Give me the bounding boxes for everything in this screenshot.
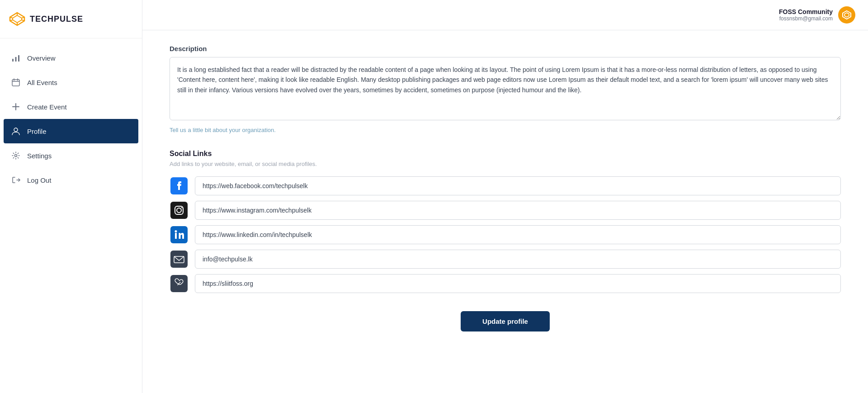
calendar-icon bbox=[11, 77, 21, 87]
svg-point-26 bbox=[181, 207, 182, 208]
email-input[interactable] bbox=[195, 250, 841, 269]
sidebar-item-label-profile: Profile bbox=[27, 128, 47, 135]
social-row-instagram bbox=[170, 201, 841, 220]
sidebar-item-all-events[interactable]: All Events bbox=[0, 70, 142, 95]
sidebar-item-label-create-event: Create Event bbox=[27, 103, 67, 111]
svg-rect-8 bbox=[12, 59, 14, 62]
avatar bbox=[838, 6, 855, 24]
header-user: FOSS Community fossnsbm@gmail.com bbox=[779, 6, 855, 24]
page-header: FOSS Community fossnsbm@gmail.com bbox=[142, 0, 868, 30]
social-links-subtitle: Add links to your website, email, or soc… bbox=[170, 161, 841, 167]
social-row-linkedin bbox=[170, 225, 841, 244]
svg-rect-28 bbox=[175, 233, 177, 239]
instagram-icon bbox=[170, 201, 189, 220]
social-links-title: Social Links bbox=[170, 150, 841, 158]
app-name: TECHPULSE bbox=[30, 14, 83, 24]
svg-rect-30 bbox=[170, 251, 188, 268]
sidebar-item-settings[interactable]: Settings bbox=[0, 143, 142, 168]
avatar-icon bbox=[842, 10, 852, 20]
link-icon bbox=[170, 274, 189, 293]
techpulse-logo-icon bbox=[9, 11, 25, 27]
bar-chart-icon bbox=[11, 53, 21, 63]
svg-point-17 bbox=[14, 128, 18, 132]
social-row-email bbox=[170, 250, 841, 269]
svg-rect-23 bbox=[170, 202, 188, 219]
svg-rect-11 bbox=[12, 80, 19, 86]
email-icon bbox=[170, 250, 189, 269]
svg-marker-20 bbox=[843, 11, 851, 19]
sidebar: TECHPULSE Overview bbox=[0, 0, 142, 393]
header-user-info: FOSS Community fossnsbm@gmail.com bbox=[779, 8, 833, 22]
description-helper: Tell us a little bit about your organiza… bbox=[170, 127, 841, 133]
social-row-website bbox=[170, 274, 841, 293]
sidebar-item-label-all-events: All Events bbox=[27, 79, 57, 86]
description-label: Description bbox=[170, 45, 841, 52]
svg-point-18 bbox=[15, 155, 17, 157]
svg-rect-9 bbox=[15, 57, 17, 62]
svg-marker-1 bbox=[13, 15, 22, 23]
svg-marker-21 bbox=[844, 13, 849, 17]
sidebar-item-label-settings: Settings bbox=[27, 152, 52, 160]
profile-content: Description It is a long established fac… bbox=[142, 30, 868, 393]
svg-rect-10 bbox=[18, 55, 19, 62]
sidebar-item-overview[interactable]: Overview bbox=[0, 46, 142, 70]
header-user-email: fossnsbm@gmail.com bbox=[779, 15, 833, 22]
gear-icon bbox=[11, 151, 21, 161]
sidebar-item-create-event[interactable]: Create Event bbox=[0, 95, 142, 119]
svg-point-29 bbox=[175, 230, 177, 232]
update-profile-button[interactable]: Update profile bbox=[461, 311, 550, 331]
facebook-input[interactable] bbox=[195, 176, 841, 195]
website-input[interactable] bbox=[195, 274, 841, 293]
update-btn-wrap: Update profile bbox=[170, 311, 841, 331]
linkedin-input[interactable] bbox=[195, 225, 841, 244]
description-textarea[interactable]: It is a long established fact that a rea… bbox=[170, 57, 841, 120]
instagram-input[interactable] bbox=[195, 201, 841, 220]
sidebar-item-label-log-out: Log Out bbox=[27, 176, 51, 184]
sidebar-nav: Overview All Events Create E bbox=[0, 38, 142, 393]
social-row-facebook bbox=[170, 176, 841, 195]
header-user-name: FOSS Community bbox=[779, 8, 833, 15]
plus-icon bbox=[11, 102, 21, 112]
logout-icon bbox=[11, 175, 21, 185]
facebook-icon bbox=[170, 176, 189, 195]
user-icon bbox=[11, 126, 21, 136]
sidebar-item-profile[interactable]: Profile bbox=[4, 119, 138, 143]
main-content: FOSS Community fossnsbm@gmail.com Descri… bbox=[142, 0, 868, 393]
sidebar-item-log-out[interactable]: Log Out bbox=[0, 168, 142, 192]
sidebar-item-label-overview: Overview bbox=[27, 54, 56, 62]
linkedin-icon bbox=[170, 225, 189, 244]
sidebar-logo: TECHPULSE bbox=[0, 0, 142, 38]
